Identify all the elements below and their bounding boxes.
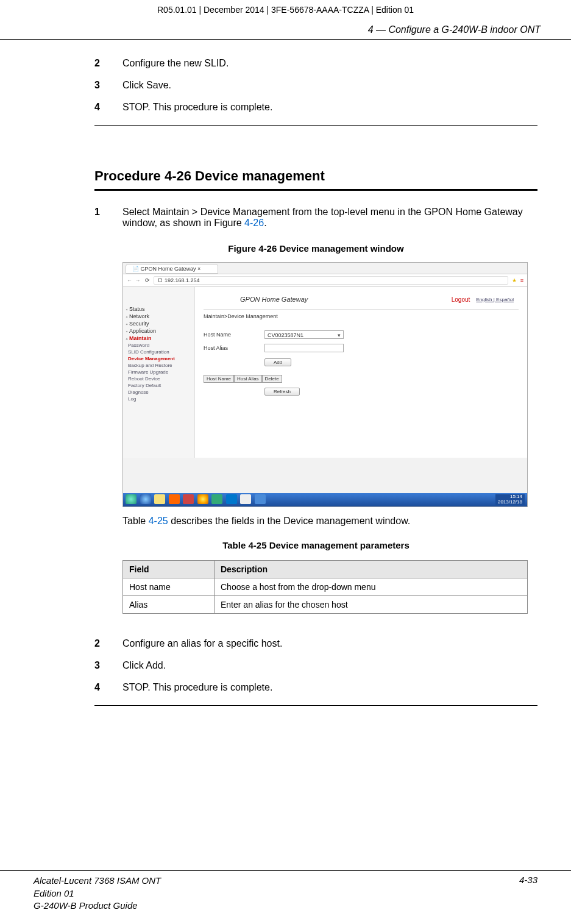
browser-address-bar: ← → ⟳ 🗋 192.168.1.254 ★ ≡ <box>123 274 527 287</box>
app-icon[interactable] <box>183 494 194 504</box>
sidebar-sub-factory[interactable]: Factory Default <box>126 382 192 389</box>
table-caption: Table 4-25 Device management parameters <box>94 540 537 550</box>
step-number: 4 <box>94 102 122 113</box>
step-number: 3 <box>94 660 122 671</box>
logout-link[interactable]: Logout <box>452 296 470 303</box>
doc-header-line: R05.01.01 | December 2014 | 3FE-56678-AA… <box>0 0 571 17</box>
taskbar-icons <box>126 494 268 505</box>
browser-tab[interactable]: 📄 GPON Home Gateway × <box>126 264 218 274</box>
th-field: Field <box>123 561 215 578</box>
host-alias-input[interactable] <box>264 344 344 352</box>
th-description: Description <box>215 561 528 578</box>
refresh-button[interactable]: Refresh <box>264 388 300 396</box>
tab-title: GPON Home Gateway <box>141 266 196 272</box>
language-links[interactable]: English | Español <box>476 297 514 302</box>
banner-title: GPON Home Gateway <box>240 296 308 303</box>
footer-line-1: Alcatel-Lucent 7368 ISAM ONT <box>34 875 161 887</box>
step-text: STOP. This procedure is complete. <box>122 102 537 113</box>
start-orb-icon[interactable] <box>126 494 137 504</box>
table-row: Host name Choose a host from the drop-do… <box>123 578 528 596</box>
cell-field: Host name <box>123 578 215 596</box>
ie-icon[interactable] <box>140 494 151 504</box>
clock-date: 2013/12/18 <box>498 500 522 505</box>
taskbar-clock[interactable]: 15:14 2013/12/18 <box>495 494 525 505</box>
step-text: Configure an alias for a specific host. <box>122 638 537 649</box>
sidebar-sub-diagnose[interactable]: Diagnose <box>126 389 192 396</box>
step-text: Select Maintain > Device Management from… <box>122 207 537 229</box>
text-pre: Table <box>122 516 149 526</box>
host-name-dropdown[interactable]: CV0023587N1 <box>264 330 344 339</box>
excel-icon[interactable] <box>211 494 222 504</box>
th-delete: Delete <box>262 375 282 383</box>
page-main: GPON Home Gateway Logout English | Españ… <box>195 287 527 458</box>
post-figure-text: Table 4-25 describes the fields in the D… <box>122 516 537 527</box>
procedure-title: Procedure 4-26 Device management <box>94 168 537 191</box>
step-number: 4 <box>94 682 122 693</box>
chrome-icon[interactable] <box>197 494 208 504</box>
procedure-step-1: 1 Select Maintain > Device Management fr… <box>94 207 537 229</box>
footer-line-2: Edition 01 <box>34 887 161 900</box>
url-field[interactable]: 🗋 192.168.1.254 <box>154 276 508 285</box>
step-text: Click Save. <box>122 80 537 91</box>
explorer-icon[interactable] <box>154 494 165 504</box>
bookmark-star-icon[interactable]: ★ <box>512 277 517 283</box>
step-text: Configure the new SLID. <box>122 58 537 69</box>
step-text-post: . <box>264 218 266 228</box>
step-row: 3 Click Save. <box>94 80 537 91</box>
step-row: 4 STOP. This procedure is complete. <box>94 682 537 693</box>
sidebar-sub-device-management[interactable]: Device Management <box>126 355 192 362</box>
firefox-icon[interactable] <box>169 494 180 504</box>
cell-description: Enter an alias for the chosen host <box>215 596 528 614</box>
sidebar-item-status[interactable]: Status <box>126 305 192 313</box>
sidebar-item-maintain[interactable]: Maintain <box>126 335 192 342</box>
sidebar-item-network[interactable]: Network <box>126 313 192 320</box>
table-link[interactable]: 4-25 <box>149 516 168 526</box>
step-text-pre: Select Maintain > Device Management from… <box>122 207 523 228</box>
table-row: Alias Enter an alias for the chosen host <box>123 596 528 614</box>
reload-icon[interactable]: ⟳ <box>145 277 150 283</box>
sidebar-sub-password[interactable]: Password <box>126 342 192 349</box>
browser-tab-strip: 📄 GPON Home Gateway × <box>123 263 527 274</box>
th-host-alias: Host Alias <box>234 375 262 383</box>
sidebar-sub-firmware[interactable]: Firmware Upgrade <box>126 369 192 375</box>
browser-menu-icon[interactable]: ≡ <box>520 277 523 283</box>
step-row: 2 Configure an alias for a specific host… <box>94 638 537 649</box>
host-alias-label: Host Alias <box>204 345 264 351</box>
step-number: 2 <box>94 638 122 649</box>
step-number: 1 <box>94 207 122 229</box>
sidebar-sub-backup[interactable]: Backup and Restore <box>126 362 192 369</box>
sidebar-sub-log[interactable]: Log <box>126 396 192 402</box>
chapter-title: 4 — Configure a G-240W-B indoor ONT <box>0 17 571 40</box>
steps-bottom: 2 Configure an alias for a specific host… <box>94 638 537 693</box>
steps-top: 2 Configure the new SLID. 3 Click Save. … <box>94 58 537 113</box>
nav-sidebar: Status Network Security Application Main… <box>123 287 195 458</box>
word-icon[interactable] <box>255 494 266 504</box>
app-icon-2[interactable] <box>226 494 237 504</box>
cell-field: Alias <box>123 596 215 614</box>
horizontal-rule <box>94 705 537 706</box>
sidebar-item-application[interactable]: Application <box>126 327 192 335</box>
nav-back-forward-icons[interactable]: ← → <box>127 277 141 283</box>
sidebar-sub-reboot[interactable]: Reboot Device <box>126 375 192 382</box>
host-table-header: Host NameHost AliasDelete <box>204 375 519 383</box>
cell-description: Choose a host from the drop-down menu <box>215 578 528 596</box>
host-name-label: Host Name <box>204 332 264 338</box>
form-row-host-alias: Host Alias <box>204 341 519 355</box>
doc-footer: Alcatel-Lucent 7368 ISAM ONT Edition 01 … <box>0 870 571 912</box>
figure-link[interactable]: 4-26 <box>244 218 264 228</box>
step-number: 2 <box>94 58 122 69</box>
footer-line-3: G-240W-B Product Guide <box>34 900 161 912</box>
sidebar-item-security[interactable]: Security <box>126 320 192 327</box>
figure-caption: Figure 4-26 Device management window <box>94 243 537 254</box>
breadcrumb: Maintain>Device Management <box>204 310 519 328</box>
page-number: 4-33 <box>519 875 537 912</box>
add-button[interactable]: Add <box>264 358 291 366</box>
app-icon-3[interactable] <box>240 494 251 504</box>
sidebar-sub-slid[interactable]: SLID Configuration <box>126 349 192 355</box>
url-text: 192.168.1.254 <box>165 277 200 283</box>
th-host-name: Host Name <box>204 375 234 383</box>
parameters-table: Field Description Host name Choose a hos… <box>122 560 528 614</box>
step-row: 1 Select Maintain > Device Management fr… <box>94 207 537 229</box>
page-banner: GPON Home Gateway Logout English | Españ… <box>204 291 519 310</box>
step-number: 3 <box>94 80 122 91</box>
